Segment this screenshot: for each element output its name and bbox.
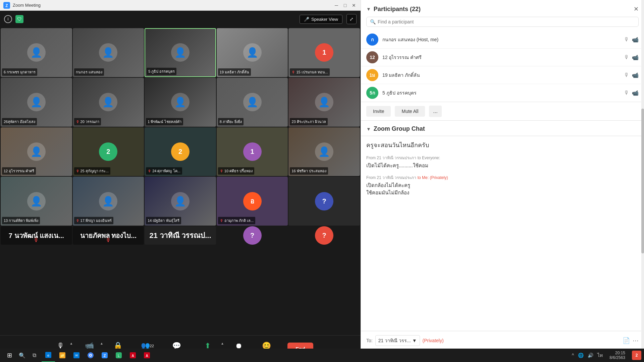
fullscreen-button[interactable]: ⤢	[346, 14, 357, 24]
notification-badge[interactable]: 2	[632, 351, 641, 360]
participant-row[interactable]: ก กนกอร แสนทอง (Host, me) 🎙 📹	[361, 31, 644, 49]
taskbar-app-mail[interactable]: ✉	[70, 349, 83, 362]
face-avatar: 👤	[243, 93, 262, 111]
info-icon[interactable]: i	[4, 15, 12, 23]
video-cell-name: 16 พัชรีดา ประสมทอง	[290, 167, 328, 175]
title-bar: Z Zoom Meeting ─ □ ✕	[0, 0, 361, 11]
video-cell[interactable]: 👤 1 พีรพัฒน์ ไชยหงษ์คำ	[145, 78, 216, 127]
video-cell[interactable]: 👤 23 ศิระประภา ผิวนวล	[288, 78, 360, 127]
chat-title: Zoom Group Chat	[374, 125, 425, 132]
participant-row[interactable]: 5ก 5 ภูธิป อรรคบุตร 🎙 📹	[361, 84, 644, 102]
taskbar-app-zoom[interactable]: Z	[98, 349, 111, 362]
file-button[interactable]: 📄	[623, 337, 630, 344]
mute-caret[interactable]: ▲	[69, 342, 73, 345]
taskbar-app-line[interactable]: L	[112, 349, 125, 362]
video-caret[interactable]: ▲	[100, 342, 103, 345]
video-cell-name: กนกอร แสนทอง	[74, 68, 104, 76]
close-button[interactable]: ✕	[351, 2, 357, 9]
speaker-view-button[interactable]: 🎤 Speaker View	[300, 15, 342, 24]
chat-header: ▼ Zoom Group Chat	[361, 121, 644, 136]
video-cell[interactable]: 👤 🎙17.พีรญา มองอินทร์	[73, 177, 144, 226]
taskbar-app-chrome[interactable]	[84, 349, 97, 362]
systray: ^ 🌐 🔊 ไท	[571, 351, 604, 360]
network-icon[interactable]: 🌐	[577, 352, 585, 359]
participant-controls: 🎙 📹	[624, 72, 639, 78]
taskbar-app-acrobat[interactable]: A	[126, 349, 140, 362]
video-cell[interactable]: นายภัคพล ทองไบ... 🎙	[73, 226, 144, 245]
participant-row[interactable]: 12 12 อุไรวรรณ คำศรี 🎙 📹	[361, 49, 644, 66]
face-avatar: 👤	[315, 93, 333, 111]
maximize-button[interactable]: □	[342, 2, 348, 9]
lang-icon[interactable]: ไท	[596, 351, 604, 360]
participants-toggle[interactable]: ▼	[366, 6, 371, 12]
face-avatar: 👤	[27, 93, 46, 111]
video-cell[interactable]: 👤 8 ภาดียะ ยิ่งยิ่ง	[217, 78, 288, 127]
video-cell[interactable]: 👤 26สุพัตรา อ๊อดไธสง	[1, 78, 72, 127]
video-cell[interactable]: 👤 6 กรเพชร มุกดาหาร	[1, 28, 72, 77]
svg-text:L: L	[118, 354, 120, 358]
video-cell[interactable]: 👤 🎙20 วรรณภา	[73, 78, 144, 127]
invite-button[interactable]: Invite	[366, 106, 391, 117]
video-cell[interactable]: 👤 16 พัชรีดา ประสมทอง	[288, 127, 360, 176]
svg-text:✉: ✉	[75, 354, 78, 357]
taskbar-clock[interactable]: 20:15 8/6/2563	[607, 351, 628, 360]
video-cell[interactable]: 👤 กนกอร แสนทอง	[73, 28, 144, 77]
chat-scrollbar[interactable]	[641, 121, 644, 362]
taskbar: ⊞ 🔍 ⧉ e 📁 ✉ Z L A A ^	[0, 349, 644, 362]
video-cell[interactable]: 👤 19 มลธิตา ภักดิ์ลัน	[217, 28, 288, 77]
video-cell-name: 🎙24 ศุภาพิศญู โค...	[146, 167, 182, 175]
chat-more-button[interactable]: ⋯	[633, 337, 639, 344]
participant-name: 12 อุไรวรรณ คำศรี	[382, 54, 624, 61]
video-cell[interactable]: อ 🎙อามุภาพ ภักดิ เล...	[217, 177, 288, 226]
camera-icon: 📹	[632, 54, 639, 61]
video-cell[interactable]: 2 🎙25 สุกัญญา กระ...	[73, 127, 144, 176]
video-cell[interactable]: 👤 5 ภูธิป อรรคบุตร	[145, 28, 216, 77]
task-view-button[interactable]: ⧉	[28, 349, 40, 362]
face-avatar: 👤	[315, 142, 333, 161]
taskbar-app-explorer[interactable]: 📁	[56, 349, 69, 362]
participant-video: 21 วาทิณี วรรณป...	[145, 226, 216, 245]
window-title: Zoom Meeting	[13, 3, 333, 8]
mute-all-button[interactable]: Mute All	[395, 106, 425, 117]
share-caret[interactable]: ▲	[221, 342, 224, 345]
video-cell-name: 6 กรเพชร มุกดาหาร	[2, 68, 37, 76]
recipient-label: to Everyone:	[418, 156, 440, 160]
video-cell[interactable]: ?	[217, 226, 288, 245]
video-cell[interactable]: ?	[288, 226, 360, 245]
clock-date: 8/6/2563	[609, 355, 625, 360]
taskbar-search[interactable]: 🔍	[16, 349, 28, 362]
minimize-button[interactable]: ─	[333, 2, 340, 9]
video-cell[interactable]: 2 🎙24 ศุภาพิศญู โค...	[145, 127, 216, 176]
svg-text:A: A	[146, 354, 148, 358]
video-cell[interactable]: 1 🎙15 เปรมกมล ทอน...	[288, 28, 360, 77]
taskbar-app-acrobat2[interactable]: A	[140, 349, 154, 362]
video-cell-name: 🎙17.พีรญา มองอินทร์	[74, 217, 113, 224]
camera-icon: 📹	[632, 72, 639, 78]
chat-toggle[interactable]: ▼	[366, 126, 371, 132]
video-cell[interactable]: 21 วาทิณี วรรณป...	[145, 226, 216, 245]
video-cell[interactable]: ?	[288, 177, 360, 226]
video-cell[interactable]: 1 🎙10 ศตีธร ปรื้อทอง	[217, 127, 288, 176]
face-avatar: 👤	[27, 43, 46, 62]
speaker-icon: 🎤	[304, 17, 309, 22]
chat-recipient-select[interactable]: 21 วาทิณี วรร... ▼	[375, 335, 420, 346]
systray-arrow[interactable]: ^	[571, 352, 576, 359]
face-avatar: 👤	[171, 192, 190, 210]
close-participants-button[interactable]: ✕	[634, 5, 639, 13]
shield-icon[interactable]: 🛡	[15, 15, 23, 23]
volume-icon[interactable]: 🔊	[586, 352, 595, 359]
chat-messages: ครูจะสอนวันไหนอีกครับ From 21 วาทิณี วรร…	[361, 136, 644, 331]
face-avatar: ?	[315, 226, 333, 245]
video-cell[interactable]: 👤 13 กานต์ทิดา พิมพ์เพิ่ง	[1, 177, 72, 226]
participant-search-input[interactable]	[378, 19, 635, 24]
participant-search-bar[interactable]: 🔍	[366, 17, 639, 27]
participant-row[interactable]: 1ม 19 มลธิตา ภักดิ์ลัน 🎙 📹	[361, 66, 644, 84]
face-avatar: 👤	[27, 192, 46, 210]
video-cell[interactable]: 7 นวพัฒน์ แสงเน... 🎙	[1, 226, 72, 245]
video-cell[interactable]: 👤 14 ณัฐอิดา พันธุ์ใสรี	[145, 177, 216, 226]
video-cell-name: 14 ณัฐอิดา พันธุ์ใสรี	[146, 217, 181, 224]
start-button[interactable]: ⊞	[3, 349, 16, 362]
taskbar-app-edge[interactable]: e	[42, 349, 55, 362]
video-cell[interactable]: 👤 12 อุไรวรรณ คำศรี	[1, 127, 72, 176]
participants-more-button[interactable]: ...	[429, 106, 441, 117]
